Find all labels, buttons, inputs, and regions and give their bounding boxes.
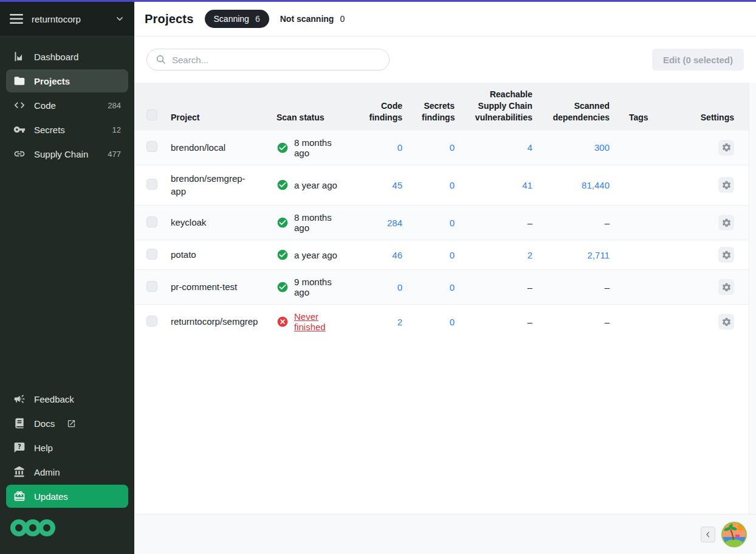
settings-gear-icon	[721, 282, 732, 293]
scan-status-text: a year ago	[294, 250, 337, 260]
settings-gear-button[interactable]	[718, 215, 734, 230]
sidebar-item-feedback[interactable]: Feedback	[6, 387, 128, 410]
column-header-scanned-deps: Scanned dependencies	[542, 83, 619, 131]
scanned-deps-empty: –	[605, 317, 610, 327]
secrets-findings-link[interactable]: 0	[450, 317, 455, 327]
table-container: Project Scan status Code findings Secret…	[134, 83, 756, 514]
sidebar-item-label: Help	[34, 443, 53, 453]
sidebar-item-label: Updates	[34, 491, 68, 502]
reachable-vulns-empty: –	[527, 218, 532, 228]
scanning-filter-pill[interactable]: Scanning 6	[205, 10, 269, 28]
edit-selected-button[interactable]: Edit (0 selected)	[652, 49, 744, 71]
scanning-count: 6	[255, 14, 260, 24]
external-link-icon	[67, 419, 76, 428]
project-name[interactable]: returntocorp/semgrep	[171, 316, 258, 327]
row-checkbox[interactable]	[146, 179, 157, 190]
settings-gear-icon	[721, 142, 732, 153]
help-icon: ?	[13, 441, 26, 454]
table-row: returntocorp/semgrep Never finished 2 0 …	[134, 305, 749, 339]
sidebar-item-code[interactable]: Code 284	[6, 94, 128, 117]
sidebar-item-secrets[interactable]: Secrets 12	[6, 118, 128, 141]
never-finished-link[interactable]: Never finished	[294, 311, 348, 332]
code-findings-link[interactable]: 284	[387, 218, 402, 228]
palm-island-icon[interactable]	[721, 521, 747, 548]
sidebar-item-help[interactable]: ? Help	[6, 436, 128, 459]
search-box[interactable]	[146, 49, 390, 71]
check-circle-icon	[277, 281, 289, 293]
org-name[interactable]: returntocorp	[32, 14, 106, 24]
settings-gear-icon	[721, 218, 732, 228]
pagination-prev-button[interactable]	[701, 527, 715, 542]
dashboard-icon	[13, 50, 26, 63]
sidebar-item-updates[interactable]: Updates	[6, 485, 128, 508]
not-scanning-label: Not scanning	[280, 14, 334, 24]
svg-text:?: ?	[18, 443, 21, 450]
settings-gear-button[interactable]	[718, 314, 734, 330]
not-scanning-count: 0	[340, 14, 345, 24]
scanning-label: Scanning	[214, 14, 249, 24]
code-findings-link[interactable]: 2	[397, 317, 402, 327]
row-checkbox[interactable]	[146, 216, 157, 227]
scanned-deps-link[interactable]: 300	[594, 142, 610, 153]
settings-gear-button[interactable]	[718, 177, 734, 193]
column-header-tags: Tags	[619, 83, 683, 131]
sidebar-item-docs[interactable]: Docs	[6, 412, 128, 435]
row-checkbox[interactable]	[146, 281, 157, 292]
scan-status-text: 8 months ago	[294, 212, 348, 233]
tags-cell	[619, 206, 683, 240]
project-name[interactable]: brendon/semgrep-app	[171, 173, 246, 197]
secrets-findings-count: 12	[112, 125, 121, 134]
secrets-findings-link[interactable]: 0	[450, 180, 455, 190]
feedback-icon	[13, 393, 26, 405]
project-name[interactable]: pr-comment-test	[171, 282, 237, 292]
search-input[interactable]	[172, 55, 380, 65]
table-row: brendon/local 8 months ago 0 0 4 300	[134, 131, 749, 165]
reachable-vulns-link[interactable]: 2	[527, 250, 532, 260]
scanned-deps-link[interactable]: 81,440	[582, 180, 610, 190]
secrets-findings-link[interactable]: 0	[450, 142, 455, 153]
scanned-deps-link[interactable]: 2,711	[588, 250, 610, 260]
scan-status-text: 8 months ago	[294, 137, 348, 158]
code-findings-link[interactable]: 0	[397, 282, 402, 293]
project-name[interactable]: potato	[171, 249, 196, 260]
reachable-vulns-link[interactable]: 41	[522, 180, 532, 190]
column-header-reachable-vulns: Reachable Supply Chain vulnerabilities	[464, 83, 542, 131]
sidebar-item-label: Feedback	[34, 394, 74, 404]
not-scanning-filter[interactable]: Not scanning 0	[280, 14, 345, 24]
code-findings-link[interactable]: 46	[392, 250, 402, 260]
sidebar-item-label: Admin	[34, 467, 60, 477]
sidebar-item-admin[interactable]: Admin	[6, 460, 128, 483]
code-findings-link[interactable]: 0	[397, 142, 402, 153]
secrets-findings-link[interactable]: 0	[450, 250, 455, 260]
chevron-left-icon	[704, 530, 712, 539]
settings-gear-button[interactable]	[718, 279, 734, 295]
settings-gear-button[interactable]	[718, 247, 734, 263]
select-all-checkbox[interactable]	[146, 109, 157, 120]
top-accent-strip	[0, 0, 756, 2]
chevron-down-icon[interactable]	[115, 14, 125, 24]
sidebar-item-dashboard[interactable]: Dashboard	[6, 45, 128, 68]
settings-gear-icon	[721, 250, 732, 260]
code-findings-link[interactable]: 45	[392, 180, 402, 190]
project-name[interactable]: brendon/local	[171, 142, 225, 153]
x-circle-icon	[277, 316, 289, 328]
row-checkbox[interactable]	[146, 141, 157, 152]
sidebar-item-supply-chain[interactable]: Supply Chain 477	[6, 142, 128, 165]
secrets-findings-link[interactable]: 0	[450, 282, 455, 293]
project-name[interactable]: keycloak	[171, 217, 206, 227]
menu-icon[interactable]	[10, 13, 23, 24]
toolbar: Edit (0 selected)	[134, 36, 756, 83]
secrets-findings-link[interactable]: 0	[450, 218, 455, 228]
reachable-vulns-link[interactable]: 4	[527, 142, 532, 153]
reachable-vulns-empty: –	[527, 317, 532, 327]
settings-gear-button[interactable]	[718, 140, 734, 156]
row-checkbox[interactable]	[146, 249, 157, 260]
sidebar-item-projects[interactable]: Projects	[6, 69, 128, 92]
page-header: Projects Scanning 6 Not scanning 0	[134, 2, 756, 36]
column-header-secrets-findings: Secrets findings	[412, 83, 464, 131]
settings-gear-icon	[721, 317, 732, 327]
table-row: brendon/semgrep-app a year ago 45 0 41 8…	[134, 165, 749, 206]
main-area: Projects Scanning 6 Not scanning 0 Edit …	[134, 0, 756, 554]
row-checkbox[interactable]	[146, 316, 157, 327]
sidebar-item-label: Projects	[34, 76, 70, 86]
